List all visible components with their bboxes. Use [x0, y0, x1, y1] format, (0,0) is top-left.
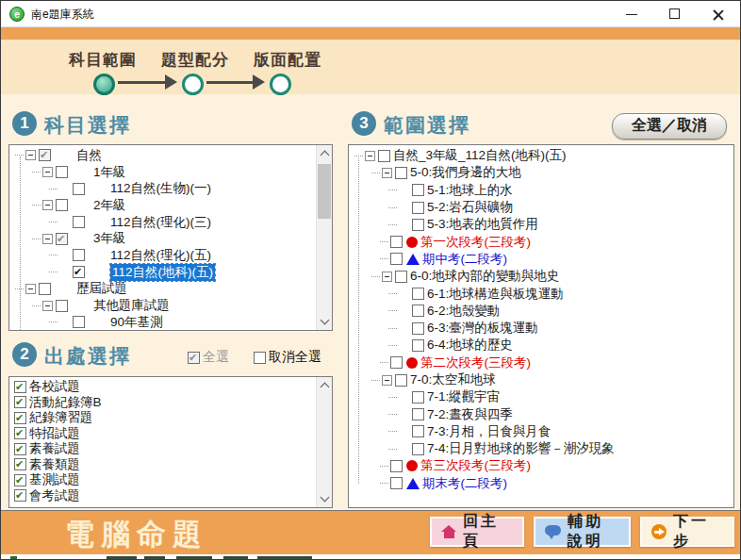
tree-node[interactable]: 其他題庫試題 [11, 297, 315, 314]
scroll-up-icon[interactable] [321, 151, 330, 160]
tree-node-label[interactable]: 5-0:我們身邊的大地 [410, 164, 521, 181]
tree-expander-minus-icon[interactable] [382, 375, 392, 386]
maximize-button[interactable] [653, 1, 697, 27]
tree-checkbox[interactable] [412, 219, 424, 231]
tree-node[interactable]: 6-1:地球構造與板塊運動 [351, 285, 732, 302]
tree-node-label[interactable]: 6-2:地殼變動 [427, 303, 500, 320]
source-list-item[interactable]: 會考試題 [11, 488, 315, 504]
tree-checkbox[interactable] [56, 199, 68, 211]
source-list-item[interactable]: 活動紀錄簿B [11, 395, 315, 411]
source-item-checkbox[interactable] [14, 412, 26, 424]
tree-node-label[interactable]: 自然 [76, 147, 102, 164]
tree-checkbox[interactable] [390, 460, 403, 472]
tree-node-label[interactable]: 6-0:地球內部的變動與地史 [410, 268, 559, 285]
source-list-item[interactable]: 基測試題 [11, 472, 315, 488]
tree-node[interactable]: 6-4:地球的歷史 [351, 337, 732, 354]
scroll-up-icon[interactable] [321, 383, 330, 392]
stepper-step-label[interactable]: 題型配分 [161, 49, 229, 71]
select-all-control[interactable]: 全選 [188, 349, 229, 366]
tree-node-label[interactable]: 第三次段考(三段考) [420, 457, 531, 474]
tree-node-label[interactable]: 112自然(生物)(一) [110, 180, 211, 197]
tree-node-label[interactable]: 3年級 [93, 230, 126, 247]
tree-node-label[interactable]: 第一次段考(三段考) [420, 234, 531, 251]
tree-node-label[interactable]: 7-3:月相，日食與月食 [427, 423, 551, 440]
close-button[interactable] [697, 1, 740, 27]
tree-checkbox[interactable] [390, 253, 403, 265]
scroll-down-icon[interactable] [321, 493, 330, 502]
tree-node[interactable]: 第三次段考(三段考) [351, 457, 732, 474]
tree-node-label[interactable]: 第二次段考(三段考) [420, 354, 531, 371]
tree-checkbox[interactable] [390, 356, 403, 369]
tree-node[interactable]: 期中考(二段考) [351, 251, 732, 268]
tree-node[interactable]: 7-0:太空和地球 [351, 371, 732, 388]
help-button[interactable]: 輔助說明 [534, 517, 631, 547]
tree-checkbox[interactable] [395, 167, 407, 179]
stepper-step-label[interactable]: 科目範圍 [69, 49, 137, 71]
tree-node[interactable]: 5-1:地球上的水 [351, 182, 732, 199]
tree-node-label[interactable]: 6-1:地球構造與板塊運動 [427, 286, 564, 303]
tree-expander-minus-icon[interactable] [365, 151, 375, 161]
source-item-checkbox[interactable] [14, 427, 26, 439]
tree-node-label[interactable]: 7-1:縱觀宇宙 [427, 388, 500, 405]
tree-node[interactable]: 112自然(生物)(一) [11, 180, 315, 197]
tree-checkbox[interactable] [73, 316, 85, 328]
tree-node-label[interactable]: 7-0:太空和地球 [410, 371, 496, 388]
tree-node-label[interactable]: 1年級 [93, 164, 126, 181]
tree-node-label[interactable]: 7-2:晝夜與四季 [427, 406, 513, 423]
minimize-button[interactable] [610, 1, 653, 27]
tree-checkbox[interactable] [56, 166, 68, 178]
tree-expander-minus-icon[interactable] [382, 272, 392, 282]
source-list-item[interactable]: 各校試題 [11, 379, 315, 395]
tree-node-label[interactable]: 90年基測 [110, 314, 163, 331]
tree-checkbox[interactable] [73, 183, 85, 195]
tree-node[interactable]: 1年級 [11, 164, 315, 181]
tree-node[interactable]: 期末考(二段考) [351, 475, 732, 492]
source-list-item[interactable]: 特招試題 [11, 426, 315, 442]
tree-node[interactable]: 112自然(地科)(五) [11, 264, 315, 281]
tree-checkbox[interactable] [378, 150, 390, 162]
tree-node-label[interactable]: 其他題庫試題 [93, 297, 170, 314]
tree-node[interactable]: 第二次段考(三段考) [351, 354, 732, 371]
source-list-scrollbar[interactable] [316, 377, 332, 507]
source-item-checkbox[interactable] [14, 474, 26, 486]
tree-node[interactable]: 6-3:臺灣的板塊運動 [351, 320, 732, 337]
tree-checkbox[interactable] [412, 288, 424, 300]
tree-node-label[interactable]: 7-4:日月對地球的影響－潮汐現象 [427, 440, 615, 457]
source-list-item[interactable]: 紀錄簿習題 [11, 410, 315, 426]
tree-node[interactable]: 7-1:縱觀宇宙 [351, 388, 732, 405]
tree-node[interactable]: 6-2:地殼變動 [351, 303, 732, 320]
tree-checkbox[interactable] [412, 391, 424, 404]
tree-node-label[interactable]: 112自然(理化)(五) [110, 247, 211, 264]
scrollbar-thumb[interactable] [318, 164, 331, 219]
tree-checkbox[interactable] [395, 374, 407, 387]
tree-checkbox[interactable] [412, 339, 424, 352]
tree-node-label[interactable]: 5-3:地表的地質作用 [427, 216, 538, 233]
source-list-item[interactable]: 素養類題 [11, 457, 315, 473]
tree-expander-minus-icon[interactable] [42, 301, 53, 311]
tree-node-label[interactable]: 自然_3年級_112自然(地科)(五) [393, 147, 567, 164]
scroll-down-icon[interactable] [321, 316, 330, 325]
tree-checkbox[interactable] [412, 443, 424, 455]
tree-checkbox[interactable] [56, 300, 68, 312]
tree-expander-minus-icon[interactable] [25, 150, 36, 160]
tree-node[interactable]: 90年基測 [11, 314, 315, 331]
source-list-item[interactable]: 素養試題 [11, 441, 315, 457]
tree-expander-minus-icon[interactable] [42, 167, 53, 177]
tree-node[interactable]: 自然_3年級_112自然(地科)(五) [351, 147, 732, 164]
tree-node-label[interactable]: 112自然(理化)(三) [110, 214, 211, 231]
home-button[interactable]: 回主頁 [430, 517, 524, 547]
tree-node-label[interactable]: 5-2:岩石與礦物 [427, 199, 513, 216]
tree-node[interactable]: 歷屆試題 [11, 281, 315, 298]
tree-node[interactable]: 112自然(理化)(五) [11, 247, 315, 264]
tree-node[interactable]: 第一次段考(三段考) [351, 233, 732, 250]
tree-checkbox[interactable] [412, 202, 424, 214]
subject-tree-scrollbar[interactable] [316, 145, 332, 330]
tree-checkbox[interactable] [56, 233, 68, 245]
tree-checkbox[interactable] [412, 305, 424, 317]
tree-node[interactable]: 6-0:地球內部的變動與地史 [351, 268, 732, 285]
deselect-all-control[interactable]: 取消全選 [254, 349, 321, 366]
tree-checkbox[interactable] [73, 266, 85, 278]
tree-checkbox[interactable] [390, 236, 403, 248]
tree-checkbox[interactable] [390, 477, 403, 489]
tree-checkbox[interactable] [73, 249, 85, 261]
